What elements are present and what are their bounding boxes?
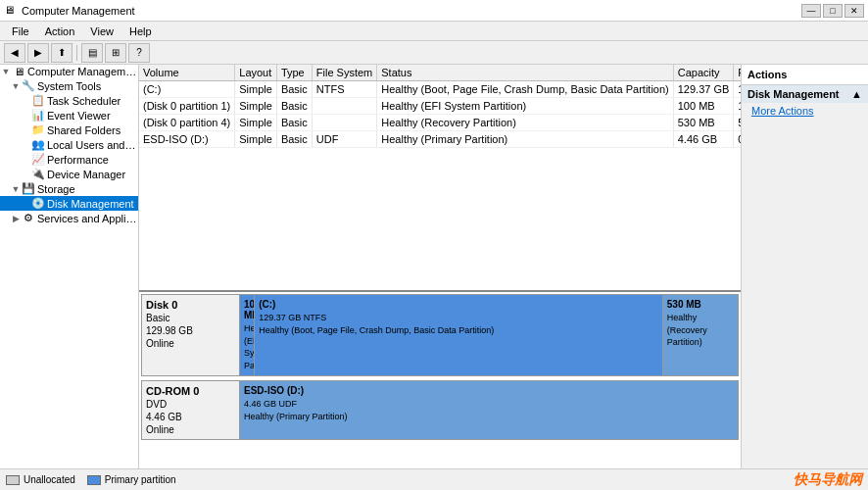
disk-type: Basic <box>146 313 235 323</box>
menu-file[interactable]: File <box>4 24 37 39</box>
disk-name: CD-ROM 0 <box>146 385 235 397</box>
table-row[interactable]: (Disk 0 partition 1)SimpleBasicHealthy (… <box>139 98 741 115</box>
table-cell-0-5: 129.37 GB <box>673 81 734 98</box>
tree-item-performance[interactable]: 📈Performance <box>0 152 138 167</box>
tree-item-task-scheduler[interactable]: 📋Task Scheduler <box>0 93 138 108</box>
actions-section-disk-management[interactable]: Disk Management ▲ <box>742 85 868 103</box>
table-cell-2-0: (Disk 0 partition 4) <box>139 115 235 131</box>
toolbar-separator <box>76 45 77 61</box>
tree-icon-task-scheduler: 📋 <box>31 94 45 107</box>
tree-item-storage[interactable]: ▼💾Storage <box>0 181 138 196</box>
table-cell-2-4: Healthy (Recovery Partition) <box>377 115 673 131</box>
partition-detail: Healthy (Recovery Partition) <box>667 312 734 349</box>
col-header-type[interactable]: Type <box>276 65 312 81</box>
tree-icon-local-users: 👥 <box>31 138 45 151</box>
col-header-volume[interactable]: Volume <box>139 65 235 81</box>
disk-info: Disk 0Basic129.98 GBOnline <box>142 295 240 375</box>
legend-primary-label: Primary partition <box>105 474 176 485</box>
table-cell-1-5: 100 MB <box>673 98 734 115</box>
table-cell-2-5: 530 MB <box>673 115 734 131</box>
disk-partition[interactable]: 100 MBHealthy (EFI System Partit <box>240 295 255 375</box>
table-cell-3-5: 4.46 GB <box>673 131 734 148</box>
actions-section-expand-icon: ▲ <box>851 88 862 100</box>
table-cell-0-2: Basic <box>276 81 312 98</box>
col-header-capacity[interactable]: Capacity <box>673 65 734 81</box>
legend-primary: Primary partition <box>87 474 176 485</box>
show-hide-button[interactable]: ▤ <box>81 43 103 63</box>
tree-label-local-users: Local Users and Groups <box>47 139 138 151</box>
tree-item-system-tools[interactable]: ▼🔧System Tools <box>0 78 138 93</box>
tree-label-storage: Storage <box>37 183 75 195</box>
tree-icon-event-viewer: 📊 <box>31 109 45 122</box>
tree-item-device-manager[interactable]: 🔌Device Manager <box>0 167 138 181</box>
partition-label: 530 MB <box>667 299 734 310</box>
back-button[interactable]: ◀ <box>4 43 25 63</box>
table-cell-2-1: Simple <box>235 115 277 131</box>
tree-icon-computer-management: 🖥 <box>12 66 25 77</box>
close-button[interactable]: ✕ <box>844 4 864 18</box>
tree-label-computer-management: Computer Management (Local <box>27 66 138 77</box>
disk-partition[interactable]: 530 MBHealthy (Recovery Partition) <box>663 295 738 375</box>
window-controls: — □ ✕ <box>801 4 864 18</box>
table-cell-3-4: Healthy (Primary Partition) <box>377 131 673 148</box>
tree-item-services-apps[interactable]: ▶⚙Services and Applications <box>0 211 138 225</box>
partition-label: ESD-ISO (D:) <box>244 385 734 396</box>
tree-item-computer-management[interactable]: ▼🖥Computer Management (Local <box>0 65 138 78</box>
tree-icon-shared-folders: 📁 <box>31 123 45 136</box>
help-button[interactable]: ? <box>128 43 150 63</box>
partition-detail: 4.46 GB UDF Healthy (Primary Partition) <box>244 398 734 422</box>
tree-expand-computer-management: ▼ <box>0 67 12 76</box>
table-cell-2-6: 530 MB <box>734 115 741 131</box>
col-header-layout[interactable]: Layout <box>235 65 277 81</box>
table-row[interactable]: (Disk 0 partition 4)SimpleBasicHealthy (… <box>139 115 741 131</box>
watermark: 快马导航网 <box>794 471 862 489</box>
menu-action[interactable]: Action <box>37 24 83 39</box>
tree-item-shared-folders[interactable]: 📁Shared Folders <box>0 122 138 137</box>
more-actions-link[interactable]: More Actions <box>742 103 868 119</box>
content-area: VolumeLayoutTypeFile SystemStatusCapacit… <box>139 65 741 468</box>
menu-view[interactable]: View <box>82 24 121 39</box>
disk-row-disk-0: Disk 0Basic129.98 GBOnline100 MBHealthy … <box>141 294 739 376</box>
tree-label-device-manager: Device Manager <box>47 169 125 180</box>
col-header-file-system[interactable]: File System <box>312 65 376 81</box>
minimize-button[interactable]: — <box>801 4 821 18</box>
col-header-status[interactable]: Status <box>377 65 673 81</box>
table-cell-3-3: UDF <box>312 131 376 148</box>
actions-section-label: Disk Management <box>747 88 840 100</box>
table-cell-3-2: Basic <box>276 131 312 148</box>
tree-icon-services-apps: ⚙ <box>22 212 35 224</box>
table-row[interactable]: (C:)SimpleBasicNTFSHealthy (Boot, Page F… <box>139 81 741 98</box>
table-cell-1-4: Healthy (EFI System Partition) <box>377 98 673 115</box>
disk-partition[interactable]: (C:)129.37 GB NTFS Healthy (Boot, Page F… <box>255 295 663 375</box>
title-bar: 🖥 Computer Management — □ ✕ <box>0 0 868 22</box>
table-cell-0-4: Healthy (Boot, Page File, Crash Dump, Ba… <box>377 81 673 98</box>
disk-list-view: VolumeLayoutTypeFile SystemStatusCapacit… <box>139 65 741 292</box>
col-header-free-space[interactable]: Free Space <box>734 65 741 81</box>
disk-partitions: ESD-ISO (D:)4.46 GB UDF Healthy (Primary… <box>240 381 738 439</box>
disk-partition[interactable]: ESD-ISO (D:)4.46 GB UDF Healthy (Primary… <box>240 381 738 439</box>
tree-item-event-viewer[interactable]: 📊Event Viewer <box>0 108 138 122</box>
properties-button[interactable]: ⊞ <box>105 43 126 63</box>
menu-bar: File Action View Help <box>0 22 868 41</box>
legend-unallocated: Unallocated <box>6 474 75 485</box>
tree-item-disk-management[interactable]: 💿Disk Management <box>0 196 138 211</box>
maximize-button[interactable]: □ <box>823 4 843 18</box>
menu-help[interactable]: Help <box>121 24 160 39</box>
title-text: Computer Management <box>22 5 135 17</box>
table-row[interactable]: ESD-ISO (D:)SimpleBasicUDFHealthy (Prima… <box>139 131 741 148</box>
tree-icon-storage: 💾 <box>22 182 35 195</box>
actions-panel: Actions Disk Management ▲ More Actions <box>741 65 868 468</box>
table-cell-3-1: Simple <box>235 131 277 148</box>
partition-label: 100 MB <box>244 299 250 320</box>
tree-label-shared-folders: Shared Folders <box>47 124 121 136</box>
forward-button[interactable]: ▶ <box>27 43 49 63</box>
status-bar: Unallocated Primary partition 快马导航网 <box>0 468 868 490</box>
disk-info: CD-ROM 0DVD4.46 GBOnline <box>142 381 240 439</box>
tree-panel: ▼🖥Computer Management (Local▼🔧System Too… <box>0 65 139 468</box>
table-cell-1-6: 100 MB <box>734 98 741 115</box>
disk-partitions: 100 MBHealthy (EFI System Partit(C:)129.… <box>240 295 738 375</box>
tree-label-task-scheduler: Task Scheduler <box>47 95 121 107</box>
up-button[interactable]: ⬆ <box>51 43 72 63</box>
disk-row-cd-rom-0: CD-ROM 0DVD4.46 GBOnlineESD-ISO (D:)4.46… <box>141 380 739 440</box>
tree-item-local-users[interactable]: 👥Local Users and Groups <box>0 137 138 152</box>
